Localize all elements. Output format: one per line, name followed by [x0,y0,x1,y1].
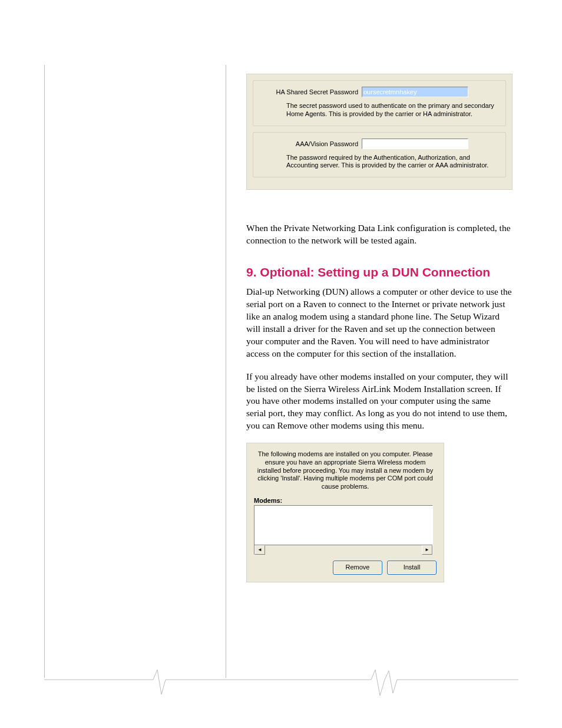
ha-password-desc: The secret password used to authenticate… [265,102,500,118]
aaa-password-group: AAA/Vision Password The password require… [253,132,506,178]
remove-button[interactable]: Remove [333,561,382,575]
paragraph-dun-1: Dial-up Networking (DUN) allows a comput… [246,286,513,360]
ha-password-label: HA Shared Secret Password [265,88,362,95]
aaa-password-input[interactable] [362,139,468,149]
horizontal-scrollbar[interactable]: ◄ ► [254,545,432,555]
password-settings-panel: HA Shared Secret Password The secret pas… [246,74,513,190]
paragraph-dun-2: If you already have other modems install… [246,371,513,433]
section-title: 9. Optional: Setting up a DUN Connection [246,265,513,280]
paragraph-after-dialog: When the Private Networking Data Link co… [246,222,513,247]
ha-password-group: HA Shared Secret Password The secret pas… [253,80,506,126]
install-button[interactable]: Install [387,561,437,575]
modem-install-panel: The following modems are installed on yo… [246,443,444,582]
margin-rule-mid [226,65,226,678]
aaa-password-label: AAA/Vision Password [265,140,362,147]
modems-listbox[interactable]: ◄ ► [254,505,433,555]
scroll-left-button[interactable]: ◄ [254,545,265,555]
triangle-right-icon: ► [425,547,429,552]
modems-label: Modems: [254,497,437,504]
footer-waveform-rule [44,665,518,700]
ha-password-input[interactable] [362,87,468,97]
aaa-password-desc: The password required by the Authenticat… [265,154,500,170]
triangle-left-icon: ◄ [257,547,262,552]
modem-intro-text: The following modems are installed on yo… [254,450,437,491]
margin-rule-left [44,65,45,678]
scroll-right-button[interactable]: ► [422,545,432,555]
